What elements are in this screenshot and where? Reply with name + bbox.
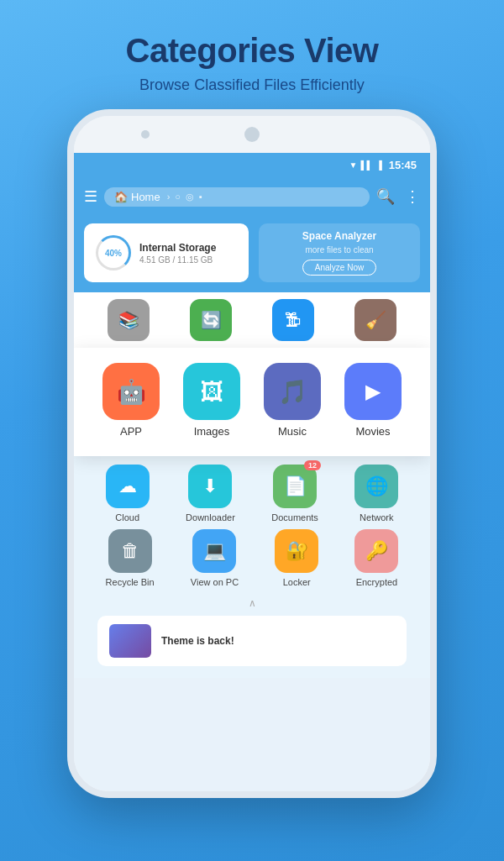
sec-icon-recycle: 🗑 bbox=[108, 529, 152, 573]
sec-label-encrypted: Encrypted bbox=[356, 577, 398, 587]
sec-icon-downloader: ⬇ bbox=[188, 465, 232, 508]
cat-icon-music: 🎵 bbox=[264, 363, 321, 420]
wifi-icon: ▼ bbox=[349, 160, 358, 170]
documents-badge: 12 bbox=[304, 460, 321, 470]
cat-label-movies: Movies bbox=[355, 425, 390, 438]
status-bar: ▼ ▌▌ ▐ 15:45 bbox=[74, 153, 430, 176]
breadcrumb-pill[interactable]: 🏠 Home › ○ ◎ ▪ bbox=[104, 187, 370, 207]
secondary-row-2: 🗑 Recycle Bin 💻 View on PC 🔐 Locker 🔑 En… bbox=[87, 529, 417, 587]
sec-label-viewpc: View on PC bbox=[191, 577, 239, 587]
sec-item-downloader[interactable]: ⬇ Downloader bbox=[186, 465, 235, 522]
cat-icon-images: 🖼 bbox=[183, 363, 240, 420]
bottom-card[interactable]: Theme is back! bbox=[97, 616, 407, 666]
storage-size: 4.51 GB / 11.15 GB bbox=[139, 255, 237, 265]
phone-top-bezel bbox=[74, 116, 430, 153]
more-icon[interactable]: ⋮ bbox=[405, 187, 420, 206]
breadcrumb-nav-icons: › ○ ◎ ▪ bbox=[167, 192, 202, 202]
nav-arrow3: ◎ bbox=[186, 192, 194, 202]
sec-icon-network: 🌐 bbox=[354, 465, 398, 508]
sec-item-locker[interactable]: 🔐 Locker bbox=[275, 529, 318, 587]
partial-icon-3[interactable]: 🗜 bbox=[272, 299, 314, 341]
phone-screen: ▼ ▌▌ ▐ 15:45 ☰ 🏠 Home › ○ ◎ ▪ 🔍 ⋮ bbox=[74, 153, 430, 791]
breadcrumb-label: Home bbox=[131, 191, 160, 203]
category-music[interactable]: 🎵 Music bbox=[264, 363, 321, 438]
analyzer-subtitle: more files to clean bbox=[305, 245, 373, 255]
sec-item-recycle[interactable]: 🗑 Recycle Bin bbox=[106, 529, 155, 587]
space-analyzer-card: Space Analyzer more files to clean Analy… bbox=[259, 223, 420, 282]
nav-arrow2: ○ bbox=[175, 192, 181, 202]
secondary-row-1: ☁ Cloud ⬇ Downloader 📄 12 Documents 🌐 bbox=[87, 465, 417, 522]
battery-icon: ▐ bbox=[376, 160, 382, 170]
storage-circle: 40% bbox=[96, 235, 131, 270]
sec-label-recycle: Recycle Bin bbox=[106, 577, 155, 587]
storage-percent: 40% bbox=[105, 249, 122, 258]
partial-icon-2[interactable]: 🔄 bbox=[190, 299, 232, 341]
analyze-now-button[interactable]: Analyze Now bbox=[302, 260, 376, 276]
nav-arrow4: ▪ bbox=[199, 192, 202, 202]
cat-label-images: Images bbox=[194, 425, 230, 438]
sec-label-documents: Documents bbox=[271, 512, 318, 522]
sec-icon-cloud: ☁ bbox=[106, 465, 150, 508]
sec-icon-documents: 📄 12 bbox=[273, 465, 317, 508]
nav-arrow1: › bbox=[167, 192, 171, 202]
categories-panel: 🤖 APP 🖼 Images 🎵 Music ▶ Movies bbox=[74, 348, 430, 456]
hero-title: Categories View bbox=[0, 0, 504, 70]
status-time: 15:45 bbox=[389, 159, 417, 171]
cat-icon-movies: ▶ bbox=[344, 363, 402, 420]
phone-camera bbox=[244, 127, 260, 142]
partial-grid-row: 📚 🔄 🗜 🧹 bbox=[74, 292, 430, 348]
sec-label-downloader: Downloader bbox=[186, 512, 235, 522]
sec-label-cloud: Cloud bbox=[115, 512, 139, 522]
category-images[interactable]: 🖼 Images bbox=[183, 363, 240, 438]
hero-subtitle: Browse Classified Files Efficiently bbox=[0, 76, 504, 94]
sec-item-cloud[interactable]: ☁ Cloud bbox=[106, 465, 150, 522]
categories-row: 🤖 APP 🖼 Images 🎵 Music ▶ Movies bbox=[74, 360, 430, 444]
search-icon[interactable]: 🔍 bbox=[376, 187, 395, 206]
home-icon: 🏠 bbox=[114, 191, 128, 203]
storage-section: 40% Internal Storage 4.51 GB / 11.15 GB … bbox=[74, 217, 430, 292]
secondary-grid: ☁ Cloud ⬇ Downloader 📄 12 Documents 🌐 bbox=[74, 456, 430, 678]
partial-icon-1[interactable]: 📚 bbox=[108, 299, 150, 341]
storage-title: Internal Storage bbox=[139, 242, 237, 254]
status-icons: ▼ ▌▌ ▐ bbox=[349, 160, 382, 170]
signal-icon: ▌▌ bbox=[360, 160, 372, 170]
cat-label-app: APP bbox=[120, 425, 142, 438]
phone-speaker bbox=[141, 130, 150, 139]
sec-label-network: Network bbox=[360, 512, 393, 522]
bottom-card-thumb bbox=[109, 624, 151, 658]
analyzer-title: Space Analyzer bbox=[302, 230, 376, 242]
scroll-indicator: ∧ bbox=[87, 594, 417, 612]
storage-card[interactable]: 40% Internal Storage 4.51 GB / 11.15 GB bbox=[84, 223, 249, 282]
cat-label-music: Music bbox=[278, 425, 307, 438]
toolbar-right-icons: 🔍 ⋮ bbox=[376, 187, 420, 206]
cat-icon-app: 🤖 bbox=[102, 363, 160, 420]
bottom-card-text: Theme is back! bbox=[161, 635, 234, 647]
sec-item-network[interactable]: 🌐 Network bbox=[354, 465, 398, 522]
category-app[interactable]: 🤖 APP bbox=[102, 363, 160, 438]
sec-item-documents[interactable]: 📄 12 Documents bbox=[271, 465, 318, 522]
menu-icon[interactable]: ☰ bbox=[84, 187, 97, 206]
storage-info: Internal Storage 4.51 GB / 11.15 GB bbox=[139, 242, 237, 265]
partial-icon-4[interactable]: 🧹 bbox=[354, 299, 396, 341]
app-toolbar: ☰ 🏠 Home › ○ ◎ ▪ 🔍 ⋮ bbox=[74, 176, 430, 217]
sec-icon-encrypted: 🔑 bbox=[354, 529, 398, 573]
phone-frame: ▼ ▌▌ ▐ 15:45 ☰ 🏠 Home › ○ ◎ ▪ 🔍 ⋮ bbox=[67, 109, 437, 798]
sec-item-viewpc[interactable]: 💻 View on PC bbox=[191, 529, 239, 587]
sec-icon-locker: 🔐 bbox=[275, 529, 318, 573]
category-movies[interactable]: ▶ Movies bbox=[344, 363, 402, 438]
hero-section: Categories View Browse Classified Files … bbox=[0, 0, 504, 94]
sec-icon-viewpc: 💻 bbox=[192, 529, 236, 573]
sec-item-encrypted[interactable]: 🔑 Encrypted bbox=[354, 529, 398, 587]
sec-label-locker: Locker bbox=[283, 577, 311, 587]
